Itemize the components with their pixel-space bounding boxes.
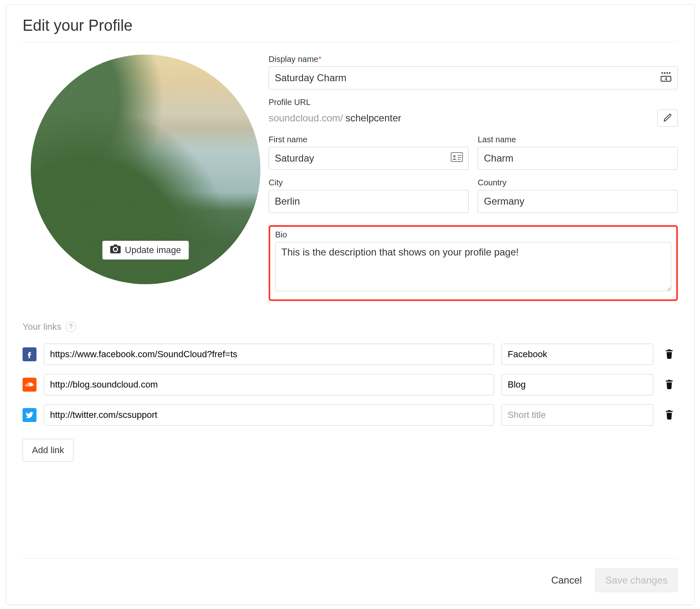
location-row: City Country: [269, 178, 678, 221]
delete-link-button[interactable]: [661, 346, 678, 363]
display-name-input[interactable]: [269, 66, 678, 89]
update-image-label: Update image: [125, 245, 181, 255]
your-links-label: Your links ?: [23, 322, 76, 332]
delete-link-button[interactable]: [661, 376, 678, 393]
link-url-input[interactable]: [44, 374, 494, 395]
link-url-input[interactable]: [44, 344, 494, 365]
add-link-button[interactable]: Add link: [23, 439, 73, 462]
svg-point-1: [664, 72, 666, 74]
save-changes-button[interactable]: Save changes: [595, 568, 678, 592]
cancel-button[interactable]: Cancel: [548, 570, 585, 591]
trash-icon: [665, 379, 674, 390]
edit-url-button[interactable]: [657, 109, 678, 127]
city-input[interactable]: [269, 190, 469, 213]
link-title-input[interactable]: [502, 344, 653, 365]
bio-textarea[interactable]: [275, 242, 671, 291]
svg-point-0: [661, 72, 663, 74]
display-name-label: Display name*: [269, 55, 678, 64]
svg-point-2: [666, 72, 668, 74]
profile-url-prefix: soundcloud.com/: [269, 112, 343, 124]
update-image-button[interactable]: Update image: [103, 241, 189, 260]
avatar-column: Update image: [23, 55, 269, 301]
keyboard-icon: 4: [660, 71, 672, 84]
country-input[interactable]: [478, 190, 678, 213]
profile-url-group: Profile URL soundcloud.com/ schelpcenter: [269, 98, 678, 127]
name-row: First name: [269, 135, 678, 178]
soundcloud-icon: [23, 378, 36, 392]
avatar-wrap: Update image: [31, 55, 260, 284]
profile-url-slug: schelpcenter: [345, 112, 401, 124]
edit-profile-modal: Edit your Profile Update image Display n…: [6, 4, 695, 605]
upper-section: Update image Display name* 4: [23, 42, 678, 301]
svg-text:4: 4: [665, 77, 667, 81]
display-name-group: Display name* 4: [269, 55, 678, 89]
link-row: [23, 344, 678, 365]
help-icon[interactable]: ?: [66, 322, 76, 332]
bio-highlight-box: Bio: [269, 225, 678, 301]
link-row: [23, 374, 678, 395]
footer: Cancel Save changes: [23, 558, 678, 592]
required-mark: *: [318, 55, 321, 64]
link-row: [23, 404, 678, 426]
your-links-text: Your links: [23, 322, 62, 332]
facebook-icon: [23, 347, 36, 361]
svg-point-3: [669, 72, 670, 74]
twitter-icon: [23, 408, 36, 422]
contact-card-icon: [451, 152, 463, 164]
link-title-input[interactable]: [502, 374, 653, 395]
last-name-input[interactable]: [478, 147, 678, 170]
camera-icon: [110, 244, 121, 256]
country-label: Country: [478, 178, 678, 187]
trash-icon: [665, 410, 674, 421]
page-title: Edit your Profile: [23, 17, 678, 34]
bio-label: Bio: [275, 230, 671, 239]
delete-link-button[interactable]: [661, 406, 678, 424]
city-label: City: [269, 178, 469, 187]
first-name-label: First name: [269, 135, 469, 144]
trash-icon: [665, 349, 674, 360]
link-url-input[interactable]: [44, 404, 494, 426]
form-column: Display name* 4 Profile URL: [269, 55, 678, 301]
link-title-input[interactable]: [502, 404, 653, 426]
first-name-input[interactable]: [269, 147, 469, 170]
profile-url-label: Profile URL: [269, 98, 678, 107]
display-name-label-text: Display name: [269, 55, 318, 64]
links-list: [23, 344, 678, 426]
last-name-label: Last name: [478, 135, 678, 144]
svg-point-7: [453, 155, 456, 157]
pencil-icon: [663, 113, 672, 123]
